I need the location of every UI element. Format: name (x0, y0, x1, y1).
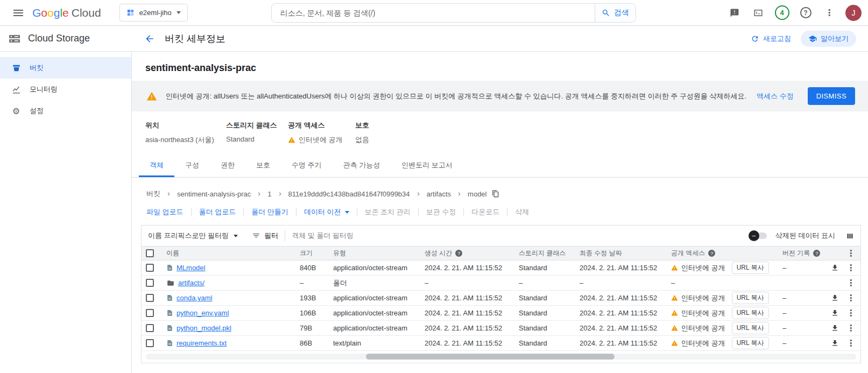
help-icon[interactable]: ? (813, 250, 820, 257)
download-button[interactable] (831, 309, 839, 317)
table-row: python_env.yaml 106B application/octet-s… (142, 306, 860, 321)
object-name-link[interactable]: MLmodel (177, 264, 205, 272)
table-body: MLmodel 840B application/octet-stream 20… (142, 261, 860, 351)
horizontal-scrollbar[interactable] (146, 354, 856, 360)
tab[interactable]: 객체 (139, 153, 174, 177)
tab[interactable]: 인벤토리 보고서 (391, 153, 463, 177)
filter-input[interactable]: 객체 및 폴더 필터링 (292, 231, 354, 241)
help-icon[interactable]: ? (708, 250, 715, 257)
user-avatar[interactable]: J (845, 5, 862, 21)
column-header-size: 크기 (300, 249, 333, 258)
object-name-link[interactable]: conda.yaml (177, 294, 212, 302)
tab[interactable]: 권한 (210, 153, 245, 177)
breadcrumb-item[interactable]: sentiment-analysis-prac (177, 190, 251, 198)
download-button[interactable] (831, 339, 839, 347)
notification-badge[interactable]: 4 (771, 2, 793, 24)
public-access-value: 인터넷에 공개 (299, 135, 343, 145)
row-checkbox[interactable] (146, 294, 154, 302)
object-action-button[interactable]: 다운로드 (464, 208, 507, 216)
hamburger-menu-icon[interactable] (8, 2, 29, 24)
breadcrumb-item[interactable]: model (468, 190, 486, 198)
filter-chip[interactable]: 필터 (252, 231, 278, 241)
row-checkbox[interactable] (146, 324, 154, 332)
tab[interactable]: 구성 (174, 153, 210, 177)
terminal-icon (753, 8, 763, 18)
row-menu-button[interactable]: ⋮ (846, 279, 855, 287)
row-menu-button[interactable]: ⋮ (846, 294, 855, 302)
object-action-button[interactable]: 보관 수정 (419, 208, 464, 216)
sidebar-item-monitoring[interactable]: 모니터링 (0, 79, 131, 100)
select-all-checkbox[interactable] (146, 249, 154, 257)
sidebar-item-label: 설정 (30, 106, 44, 116)
learn-button[interactable]: 알아보기 (801, 31, 856, 47)
download-button[interactable] (831, 264, 839, 272)
logo-letter: e (62, 6, 69, 19)
object-name-link[interactable]: requirements.txt (177, 339, 227, 347)
row-menu-button[interactable]: ⋮ (846, 339, 855, 348)
refresh-button[interactable]: 새로고침 (751, 34, 791, 44)
help-button[interactable]: ? (795, 2, 816, 24)
row-checkbox[interactable] (146, 279, 154, 287)
row-checkbox[interactable] (146, 264, 154, 272)
download-button[interactable] (831, 294, 839, 302)
object-action-button[interactable]: 파일 업로드 (139, 208, 192, 216)
copy-icon[interactable] (492, 190, 499, 198)
url-copy-button[interactable]: URL 복사 (732, 307, 769, 319)
object-action-button[interactable]: 폴더 업로드 (192, 208, 244, 216)
project-selector[interactable]: e2eml-jiho (119, 4, 188, 22)
info-protection: 보호 없음 (355, 121, 420, 145)
url-copy-button[interactable]: URL 복사 (732, 322, 769, 334)
cloud-shell-button[interactable] (747, 2, 769, 24)
page-title: 버킷 세부정보 (165, 32, 225, 45)
object-name-link[interactable]: python_model.pkl (177, 324, 231, 332)
object-storage-class: Standard (519, 309, 580, 317)
vertical-dots-icon[interactable]: ⋮ (846, 249, 855, 258)
object-action-button[interactable]: 데이터 이전 (297, 208, 357, 216)
prefix-filter-dropdown[interactable]: 이름 프리픽스로만 필터링 (148, 231, 238, 241)
edit-access-link[interactable]: 액세스 수정 (757, 92, 794, 101)
show-deleted-toggle[interactable]: – (749, 230, 768, 241)
tab[interactable]: 수명 주기 (281, 153, 333, 177)
download-button[interactable] (831, 324, 839, 332)
breadcrumb-item[interactable]: 811e19ddd9c1438bad841647f0999b34 (288, 190, 410, 198)
tab[interactable]: 관측 가능성 (333, 153, 391, 177)
row-menu-button[interactable]: ⋮ (846, 309, 855, 318)
url-copy-button[interactable]: URL 복사 (732, 337, 769, 349)
object-action-button[interactable]: 보존 조치 관리 (357, 208, 419, 216)
info-value: 없음 (355, 135, 420, 145)
back-button[interactable] (140, 29, 159, 48)
breadcrumb-item[interactable]: 버킷 (146, 189, 160, 199)
scrollbar-thumb[interactable] (366, 354, 615, 360)
row-checkbox[interactable] (146, 339, 154, 347)
object-public-access: 인터넷에 공개 (681, 339, 725, 348)
row-checkbox[interactable] (146, 309, 154, 317)
more-menu-button[interactable]: ⋮ (818, 2, 840, 24)
object-action-button[interactable]: 폴더 만들기 (244, 208, 297, 216)
object-created: 2024. 2. 21. AM 11:15:52 (425, 309, 519, 317)
url-copy-button[interactable]: URL 복사 (732, 262, 769, 274)
table-row: artifacts/ – 폴더 – – – – URL 복사 (142, 276, 860, 291)
warning-icon (671, 309, 678, 316)
project-icon (126, 9, 135, 17)
tab-label: 객체 (150, 161, 164, 169)
sidebar-item-buckets[interactable]: 버킷 (0, 57, 131, 79)
tab[interactable]: 보호 (245, 153, 281, 177)
row-menu-button[interactable]: ⋮ (846, 324, 855, 333)
url-copy-button[interactable]: URL 복사 (732, 292, 769, 304)
notification-count: 4 (775, 5, 789, 20)
breadcrumb-item[interactable]: artifacts (427, 190, 451, 198)
search-input[interactable] (272, 4, 595, 22)
object-name-link[interactable]: python_env.yaml (177, 309, 229, 317)
object-action-button[interactable]: 삭제 (507, 208, 537, 216)
search-button[interactable]: 검색 (595, 4, 636, 22)
object-name-link[interactable]: artifacts/ (178, 279, 204, 287)
column-settings-button[interactable] (846, 232, 854, 240)
dismiss-button[interactable]: DISMISS (808, 87, 855, 105)
row-menu-button[interactable]: ⋮ (846, 264, 855, 272)
help-icon[interactable]: ? (455, 250, 462, 257)
warning-icon (288, 136, 295, 144)
feedback-button[interactable] (724, 2, 745, 24)
breadcrumb-item[interactable]: 1 (267, 190, 271, 198)
info-value: Standard (226, 135, 288, 143)
sidebar-item-settings[interactable]: ⚙ 설정 (0, 100, 131, 122)
